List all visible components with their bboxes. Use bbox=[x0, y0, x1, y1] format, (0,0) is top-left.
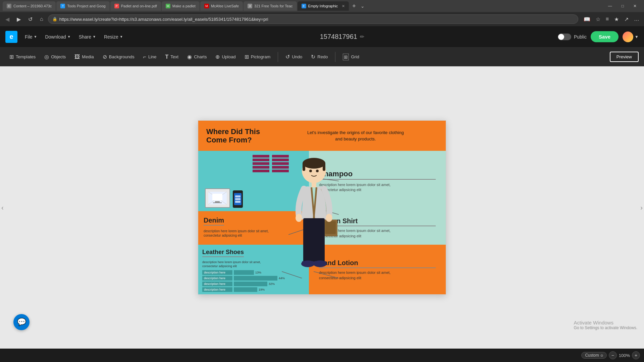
browser-tab-2[interactable]: T Tools Project and Goog bbox=[56, 1, 109, 11]
upload-icon: ⊕ bbox=[215, 54, 220, 60]
browser-tab-bar: C Content – 201960.473c T Tools Project … bbox=[0, 0, 644, 12]
leather-shoes-title: Leather Shoes bbox=[202, 249, 244, 257]
infographic-canvas[interactable]: Where Did This Come From? Let's investig… bbox=[198, 120, 446, 295]
svg-rect-9 bbox=[323, 163, 325, 171]
svg-point-18 bbox=[326, 214, 332, 222]
deco-bar bbox=[253, 162, 269, 165]
toggle-knob bbox=[558, 34, 564, 40]
grid-button[interactable]: ⊞ Grid bbox=[339, 52, 363, 62]
zoom-controls: Custom ⊙ − 100% + bbox=[581, 351, 640, 359]
more-button[interactable]: … bbox=[632, 15, 641, 24]
svg-rect-21 bbox=[315, 236, 325, 263]
tab-favicon-7: E bbox=[302, 4, 306, 8]
browser-tab-4[interactable]: M Make a padlet bbox=[162, 1, 200, 11]
forward-button[interactable]: ▶ bbox=[14, 15, 23, 24]
maximize-button[interactable]: □ bbox=[617, 1, 629, 11]
main-canvas-area[interactable]: ‹ Where Did This Come From? Let's invest… bbox=[0, 66, 644, 349]
download-menu-button[interactable]: Download ▼ bbox=[42, 32, 74, 42]
infographic-subtitle: Let's investigate the origins of our fav… bbox=[273, 129, 438, 142]
tab-favicon-6: 3 bbox=[248, 4, 252, 8]
share-browser-button[interactable]: ↗ bbox=[622, 15, 631, 24]
bar-pct-3: 32% bbox=[269, 282, 275, 286]
close-button[interactable]: ✕ bbox=[629, 1, 641, 11]
infographic-title: Where Did This Come From? bbox=[206, 127, 273, 144]
scroll-left-arrow[interactable]: ‹ bbox=[0, 201, 5, 214]
zoom-out-button[interactable]: − bbox=[609, 351, 617, 359]
objects-tool-button[interactable]: ◎ Objects bbox=[40, 52, 70, 62]
tab-label-1: Content – 201960.473c bbox=[13, 4, 52, 8]
svg-point-10 bbox=[309, 170, 312, 172]
templates-icon: ⊞ bbox=[9, 54, 14, 60]
svg-rect-12 bbox=[312, 182, 316, 187]
refresh-button[interactable]: ↺ bbox=[25, 15, 35, 24]
tab-label-4: Make a padlet bbox=[172, 4, 196, 8]
browser-tab-6[interactable]: 3 321 Free Tools for Teac bbox=[244, 1, 297, 11]
reader-mode-button[interactable]: 📖 bbox=[582, 15, 592, 24]
objects-icon: ◎ bbox=[44, 54, 49, 60]
zoom-percentage: 100% bbox=[619, 353, 630, 358]
back-button[interactable]: ◀ bbox=[3, 15, 12, 24]
chat-fab-button[interactable]: 💬 bbox=[13, 314, 30, 330]
bar-pct-2: 44% bbox=[279, 277, 285, 280]
custom-zoom-button[interactable]: Custom ⊙ bbox=[581, 352, 606, 359]
svg-rect-25 bbox=[314, 261, 326, 265]
undo-button[interactable]: ↺ Undo bbox=[281, 52, 306, 62]
window-controls: — □ ✕ bbox=[603, 1, 641, 11]
bar-fill-1 bbox=[234, 270, 254, 275]
upload-tool-button[interactable]: ⊕ Upload bbox=[211, 52, 239, 62]
preview-button[interactable]: Preview bbox=[610, 52, 639, 62]
edit-title-icon[interactable]: ✏ bbox=[360, 34, 364, 40]
backgrounds-icon: ⊘ bbox=[103, 54, 107, 60]
media-icon: 🖼 bbox=[74, 54, 80, 60]
browser-tab-7-active[interactable]: E Empty Infographic ✕ bbox=[298, 1, 349, 11]
tab-overflow-button[interactable]: ⌄ bbox=[359, 3, 366, 9]
tab-label-2: Tools Project and Goog bbox=[67, 4, 105, 8]
address-bar[interactable]: 🔒 https://www.easel.ly/create?id=https:/… bbox=[48, 14, 578, 24]
file-menu-button[interactable]: File ▼ bbox=[21, 32, 40, 42]
templates-tool-button[interactable]: ⊞ Templates bbox=[5, 52, 40, 62]
zoom-chevron-icon: ⊙ bbox=[600, 354, 603, 357]
media-tool-button[interactable]: 🖼 Media bbox=[70, 52, 98, 62]
svg-rect-4 bbox=[215, 201, 220, 202]
infographic-body: Denim description here lorem ipsum dolor… bbox=[198, 151, 446, 295]
undo-redo-group: ↺ Undo ↻ Redo bbox=[281, 52, 332, 62]
resize-menu-button[interactable]: Resize ▼ bbox=[101, 32, 126, 42]
browser-toolbar: ◀ ▶ ↺ ⌂ 🔒 https://www.easel.ly/create?id… bbox=[0, 12, 644, 26]
app-title-area: 1574817961 ✏ bbox=[128, 33, 556, 41]
minimize-button[interactable]: — bbox=[603, 1, 617, 11]
avatar-chevron-icon[interactable]: ▼ bbox=[635, 35, 639, 39]
pictogram-tool-button[interactable]: ⊞ Pictogram bbox=[240, 52, 275, 62]
save-button[interactable]: Save bbox=[591, 31, 619, 42]
zoom-in-button[interactable]: + bbox=[632, 351, 640, 359]
svg-rect-16 bbox=[325, 221, 336, 234]
redo-button[interactable]: ↻ Redo bbox=[307, 52, 332, 62]
charts-tool-button[interactable]: ◉ Charts bbox=[183, 52, 211, 62]
hub-button[interactable]: ★ bbox=[612, 15, 621, 24]
grid-icon: ⊞ bbox=[343, 54, 349, 60]
user-avatar[interactable] bbox=[623, 32, 633, 42]
deco-bar-col-1 bbox=[253, 155, 269, 172]
browser-tab-1[interactable]: C Content – 201960.473c bbox=[3, 1, 56, 11]
tab-label-5: McAfee LiveSafe bbox=[211, 4, 239, 8]
favorites-button[interactable]: ☆ bbox=[594, 15, 602, 24]
public-toggle-switch[interactable] bbox=[558, 34, 571, 40]
backgrounds-tool-button[interactable]: ⊘ Backgrounds bbox=[99, 52, 139, 62]
reading-list-button[interactable]: ≡ bbox=[604, 15, 611, 24]
device-icons bbox=[205, 188, 243, 208]
deco-bar bbox=[253, 170, 269, 172]
browser-tab-3[interactable]: P Padlet and on-line.pdf bbox=[110, 1, 161, 11]
browser-tab-5[interactable]: M McAfee LiveSafe bbox=[200, 1, 243, 11]
line-tool-button[interactable]: ⌐ Line bbox=[139, 52, 161, 62]
new-tab-button[interactable]: + bbox=[350, 3, 359, 10]
scroll-right-arrow[interactable]: › bbox=[639, 201, 644, 214]
home-button[interactable]: ⌂ bbox=[37, 15, 46, 23]
svg-point-7 bbox=[303, 158, 325, 169]
bar-pct-4: 19% bbox=[259, 288, 265, 291]
file-chevron-icon: ▼ bbox=[34, 35, 37, 39]
text-tool-button[interactable]: T Text bbox=[161, 52, 183, 62]
share-menu-button[interactable]: Share ▼ bbox=[75, 32, 99, 42]
tab-close-7[interactable]: ✕ bbox=[342, 4, 345, 8]
svg-rect-8 bbox=[303, 163, 305, 171]
chat-icon: 💬 bbox=[17, 318, 26, 326]
bar-pct-1: 13% bbox=[255, 271, 261, 274]
